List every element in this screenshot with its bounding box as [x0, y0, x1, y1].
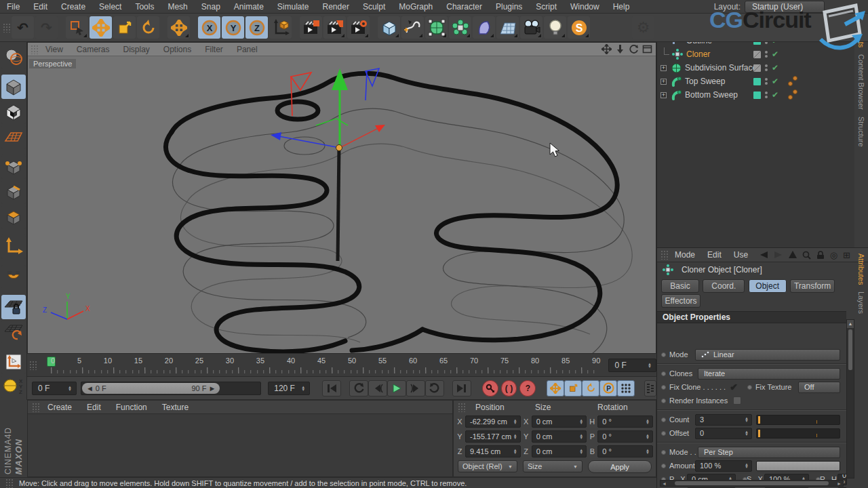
expand-toggle-icon[interactable] [660, 65, 667, 71]
timeline-frame-field[interactable]: 0 F [608, 359, 656, 372]
object-row-subdivision-surface[interactable]: Subdivision Surface [657, 61, 854, 75]
object-properties-header[interactable]: Object Properties [657, 311, 846, 323]
object-row-cloner[interactable]: Cloner [657, 47, 854, 61]
previous-key-icon[interactable] [349, 380, 368, 396]
mode-dropdown[interactable]: Linear [695, 349, 840, 361]
am-menu-use[interactable]: Use [728, 249, 754, 261]
scrollbar-thumb[interactable] [848, 329, 852, 370]
coords-mode-dropdown[interactable]: Object (Rel) [458, 460, 517, 472]
mat-menu-function[interactable]: Function [108, 401, 155, 413]
redo-icon[interactable]: ↷ [35, 16, 58, 39]
enabled-check-icon[interactable] [772, 63, 778, 73]
menu-script[interactable]: Script [529, 1, 564, 13]
object-row-bottom-sweep[interactable]: Bottom Sweep [657, 88, 854, 102]
rot-p-field[interactable]: 0 ° [597, 430, 653, 443]
menu-character[interactable]: Character [439, 1, 489, 13]
enabled-check-icon[interactable] [772, 49, 778, 59]
play-icon[interactable] [387, 380, 406, 396]
gear-icon[interactable]: ⚙ [632, 16, 654, 39]
target-icon[interactable]: ◎ [830, 250, 837, 260]
anim-dot-icon[interactable] [661, 399, 666, 403]
expand-toggle-icon[interactable] [660, 92, 667, 98]
viewport-canvas[interactable]: Y X Z [28, 56, 656, 353]
menu-render[interactable]: Render [316, 1, 356, 13]
tab-layers[interactable]: Layers [857, 291, 865, 314]
menu-select[interactable]: Select [92, 1, 128, 13]
previous-frame-icon[interactable] [368, 380, 387, 396]
clones-dropdown[interactable]: Iterate [698, 368, 840, 380]
autokey-icon[interactable]: ( ) [501, 380, 517, 396]
key-pla-icon[interactable] [617, 380, 635, 396]
preview-range-bar[interactable]: ◄ 0 F 90 F ► [82, 383, 220, 394]
toolbar-grip[interactable] [3, 23, 11, 33]
timeline-ruler[interactable]: 051015202530354045505560657075808590 0 F [27, 354, 656, 377]
menu-edit[interactable]: Edit [26, 1, 54, 13]
coordinate-system-icon[interactable] [269, 16, 292, 39]
x-axis-lock-icon[interactable]: X [198, 16, 220, 39]
menu-tools[interactable]: Tools [128, 1, 161, 13]
last-tool-move-icon[interactable] [167, 16, 190, 39]
amount-field[interactable]: 100 % [695, 460, 752, 472]
vp-menu-options[interactable]: Options [157, 43, 198, 56]
offset-slider[interactable] [756, 428, 840, 439]
menu-mograph[interactable]: MoGraph [392, 1, 439, 13]
camera-icon[interactable] [520, 16, 542, 39]
mograph-cloner-icon[interactable] [449, 16, 471, 39]
enable-toggle[interactable] [753, 64, 761, 72]
enabled-check-icon[interactable] [772, 77, 778, 86]
menu-animate[interactable]: Animate [227, 1, 271, 13]
menu-window[interactable]: Window [564, 1, 606, 13]
z-axis-lock-icon[interactable]: Z [245, 16, 268, 39]
am-menu-edit[interactable]: Edit [701, 249, 728, 261]
undo-icon[interactable]: ↶ [12, 16, 34, 39]
new-window-icon[interactable]: ⊞ [843, 250, 850, 260]
menu-help[interactable]: Help [606, 1, 637, 13]
record-keyframe-icon[interactable] [482, 380, 498, 396]
mat-menu-create[interactable]: Create [40, 401, 79, 413]
count-slider[interactable] [756, 415, 840, 425]
anim-dot-icon[interactable] [747, 385, 752, 390]
snap-magnet-icon[interactable] [1, 265, 26, 289]
amount-slider[interactable] [756, 461, 840, 471]
enabled-check-icon[interactable] [772, 90, 778, 100]
coordinates-grip[interactable] [458, 403, 466, 412]
menu-mesh[interactable]: Mesh [161, 1, 194, 13]
attribute-manager-grip[interactable] [660, 250, 669, 260]
deformer-bend-icon[interactable] [473, 16, 495, 39]
object-mode-icon[interactable] [1, 75, 26, 99]
material-manager-grip[interactable] [32, 403, 40, 412]
object-row-top-sweep[interactable]: Top Sweep [657, 75, 854, 88]
points-mode-icon[interactable] [1, 155, 26, 179]
viewport-zoom-icon[interactable] [614, 44, 626, 55]
edges-mode-icon[interactable] [1, 180, 26, 204]
y-axis-lock-icon[interactable]: Y [222, 16, 244, 39]
attributes-horizontal-scrollbar[interactable]: ◄ ► [660, 480, 844, 487]
subdivision-surface-icon[interactable] [425, 16, 448, 39]
next-frame-icon[interactable] [406, 380, 425, 396]
enable-toggle[interactable] [753, 78, 761, 85]
sketch-material-icon[interactable]: S [568, 16, 590, 39]
tab-basic[interactable]: Basic [661, 279, 699, 293]
goto-end-icon[interactable] [452, 380, 471, 396]
mat-menu-texture[interactable]: Texture [155, 401, 196, 413]
tab-object[interactable]: Object [749, 279, 787, 293]
pos-x-field[interactable]: -62.299 cm [465, 415, 521, 428]
anim-dot-icon[interactable] [661, 450, 666, 455]
anim-dot-icon[interactable] [661, 385, 666, 390]
timeline-options-icon[interactable] [644, 380, 656, 396]
viewport-perspective[interactable]: View Cameras Display Options Filter Pane… [27, 42, 656, 354]
viewport-pan-icon[interactable] [601, 44, 612, 55]
size-x-field[interactable]: 0 cm [532, 415, 587, 428]
texture-mode-icon[interactable] [1, 100, 26, 124]
scrollbar-thumb[interactable] [675, 481, 829, 485]
apply-button[interactable]: Apply [588, 460, 652, 473]
scroll-left-icon[interactable]: ◄ [660, 481, 668, 486]
tab-structure[interactable]: Structure [857, 117, 865, 147]
visibility-dots[interactable] [765, 78, 768, 85]
axis-workplane-icon[interactable] [1, 350, 26, 374]
preview-range-slider[interactable]: ◄ 0 F 90 F ► [81, 382, 261, 395]
anim-dot-icon[interactable] [661, 464, 666, 468]
vp-menu-panel[interactable]: Panel [230, 43, 264, 56]
key-scale-icon[interactable] [564, 380, 582, 396]
rot-h-field[interactable]: 0 ° [597, 415, 653, 428]
